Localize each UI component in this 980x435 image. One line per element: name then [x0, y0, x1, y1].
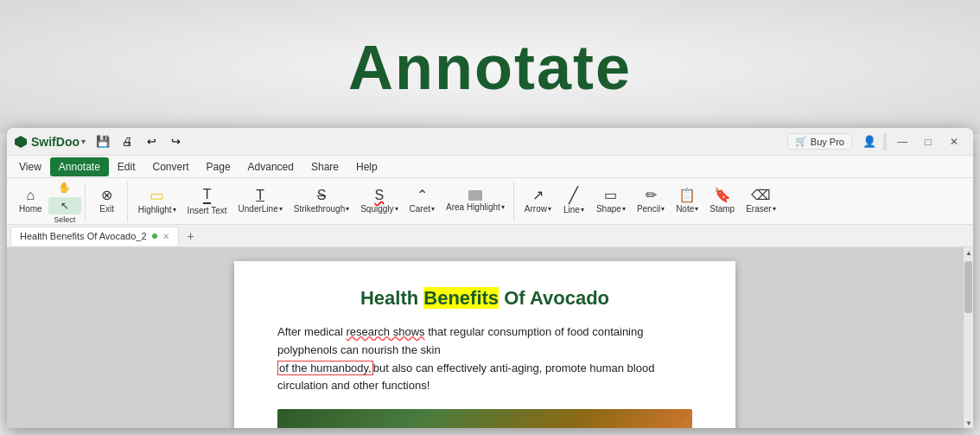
- pdf-title-highlighted: Benefits: [423, 287, 499, 309]
- background-area: Annotate: [0, 0, 980, 134]
- arrow-icon: ↗: [532, 189, 544, 202]
- title-bar: SwifDoo ▾ 💾 🖨 ↩ ↪ 🛒 Buy Pro 👤: [7, 128, 973, 156]
- menu-bar: View Annotate Edit Convert Page Advanced…: [7, 156, 973, 178]
- home-icon: ⌂: [27, 189, 35, 202]
- buy-pro-button[interactable]: 🛒 Buy Pro: [787, 133, 852, 150]
- menu-item-share[interactable]: Share: [302, 157, 347, 176]
- insert-text-label: Insert Text: [188, 206, 227, 215]
- tab-modified-indicator: [152, 233, 157, 239]
- menu-item-help[interactable]: Help: [347, 157, 386, 176]
- tab-label: Health Benefits Of Avocado_2: [20, 231, 147, 241]
- app-window: SwifDoo ▾ 💾 🖨 ↩ ↪ 🛒 Buy Pro 👤: [7, 128, 973, 428]
- home-button[interactable]: ⌂ Home: [14, 183, 48, 220]
- arrow-label: Arrow ▾: [525, 204, 551, 214]
- menu-item-edit[interactable]: Edit: [109, 157, 144, 176]
- pdf-title-part1: Health: [360, 287, 423, 309]
- toolbar-group-annotation: ▭ Highlight ▾ T Insert Text T UnderLine …: [130, 182, 514, 221]
- insert-text-button[interactable]: T Insert Text: [182, 183, 232, 220]
- menu-item-advanced[interactable]: Advanced: [239, 157, 302, 176]
- caret-icon: ⌃: [417, 189, 428, 202]
- menu-item-annotate[interactable]: Annotate: [50, 157, 109, 176]
- stamp-button[interactable]: 🔖 Stamp: [704, 183, 740, 220]
- pdf-paragraph2: of the humanbody,but also can effectivel…: [277, 360, 692, 396]
- window-controls: — □ ✕: [890, 131, 966, 152]
- pencil-label: Pencil ▾: [637, 204, 665, 214]
- note-label: Note ▾: [676, 204, 698, 214]
- page-container[interactable]: Health Benefits Of Avocado After medical…: [7, 247, 963, 428]
- menu-item-page[interactable]: Page: [198, 157, 239, 176]
- line-button[interactable]: ╱ Line ▾: [557, 183, 590, 220]
- tab-bar: Health Benefits Of Avocado_2 ✕ +: [7, 225, 973, 247]
- area-highlight-icon: [468, 190, 482, 201]
- shape-icon: ▭: [604, 189, 617, 202]
- redo-icon-btn[interactable]: ↪: [165, 131, 186, 152]
- hand-icon: ✋: [58, 182, 71, 193]
- minimize-button[interactable]: —: [890, 131, 914, 152]
- content-area: Health Benefits Of Avocado After medical…: [7, 247, 973, 428]
- select-button[interactable]: ↖: [48, 197, 81, 214]
- insert-text-icon: T: [203, 188, 212, 204]
- pdf-paragraph1: After medical research shows that regula…: [277, 323, 692, 360]
- eraser-label: Eraser ▾: [746, 204, 775, 214]
- scroll-thumb[interactable]: [964, 261, 972, 313]
- toolbar-group-exit: ⊗ Exit: [87, 182, 128, 221]
- line-label: Line ▾: [563, 205, 584, 214]
- pdf-title-part2: Of Avocado: [499, 287, 609, 309]
- title-dropdown-arrow[interactable]: ▾: [81, 137, 86, 146]
- scroll-up-arrow[interactable]: ▲: [964, 247, 973, 258]
- scrollbar[interactable]: ▲ ▼: [963, 247, 973, 428]
- svg-marker-0: [15, 136, 27, 148]
- line-icon: ╱: [569, 188, 578, 203]
- strikethrough-button[interactable]: S Strikethrough ▾: [289, 183, 354, 220]
- scroll-down-arrow[interactable]: ▼: [964, 418, 973, 428]
- underline-label: UnderLine ▾: [239, 204, 283, 214]
- home-label: Home: [19, 204, 42, 214]
- hand-button[interactable]: ✋: [48, 179, 81, 196]
- pencil-button[interactable]: ✏ Pencil ▾: [632, 183, 670, 220]
- exit-icon: ⊗: [101, 189, 112, 202]
- buy-pro-label: Buy Pro: [811, 137, 844, 147]
- area-highlight-label: Area Highlight ▾: [446, 202, 505, 212]
- pdf-image: [277, 409, 692, 428]
- squiggly-button[interactable]: S Squiggly ▾: [355, 183, 403, 220]
- undo-icon-btn[interactable]: ↩: [141, 131, 162, 152]
- eraser-button[interactable]: ⌫ Eraser ▾: [741, 183, 780, 220]
- save-icon-btn[interactable]: 💾: [92, 131, 113, 152]
- toolbar-group-nav: ⌂ Home ✋ ↖ Select: [10, 182, 86, 221]
- body-boxed-text: of the humanbody,: [277, 361, 373, 375]
- menu-item-convert[interactable]: Convert: [144, 157, 198, 176]
- underline-button[interactable]: T UnderLine ▾: [233, 183, 288, 220]
- note-icon: 📋: [678, 189, 696, 202]
- tab-close-button[interactable]: ✕: [162, 232, 169, 241]
- shape-button[interactable]: ▭ Shape ▾: [591, 183, 631, 220]
- document-tab[interactable]: Health Benefits Of Avocado_2 ✕: [10, 227, 179, 246]
- stamp-icon: 🔖: [714, 189, 731, 202]
- body-text-1: After medical: [277, 325, 346, 338]
- squiggly-icon: S: [375, 189, 385, 202]
- exit-button[interactable]: ⊗ Exit: [91, 183, 124, 220]
- user-icon-btn[interactable]: 👤: [859, 131, 880, 152]
- scroll-track[interactable]: [964, 258, 973, 418]
- shape-label: Shape ▾: [596, 204, 626, 214]
- background-title: Annotate: [348, 32, 632, 103]
- pdf-body: After medical research shows that regula…: [277, 323, 692, 395]
- eraser-icon: ⌫: [751, 189, 771, 202]
- stamp-label: Stamp: [710, 204, 735, 214]
- maximize-button[interactable]: □: [916, 131, 940, 152]
- app-logo: SwifDoo: [14, 135, 80, 149]
- note-button[interactable]: 📋 Note ▾: [671, 183, 703, 220]
- add-tab-button[interactable]: +: [182, 227, 200, 245]
- toolbar: ⌂ Home ✋ ↖ Select ⊗ Exit ▭: [7, 178, 973, 225]
- area-highlight-button[interactable]: Area Highlight ▾: [441, 183, 510, 220]
- highlight-button[interactable]: ▭ Highlight ▾: [133, 183, 181, 220]
- underline-icon: T: [256, 189, 264, 202]
- buy-pro-icon: 🛒: [795, 136, 807, 147]
- body-strikethrough-text: research shows: [346, 325, 424, 338]
- arrow-button[interactable]: ↗ Arrow ▾: [519, 183, 557, 220]
- caret-button[interactable]: ⌃ Caret ▾: [404, 183, 440, 220]
- close-button[interactable]: ✕: [942, 131, 966, 152]
- print-icon-btn[interactable]: 🖨: [117, 131, 137, 152]
- pencil-icon: ✏: [646, 189, 657, 202]
- app-name: SwifDoo: [31, 135, 80, 149]
- menu-item-view[interactable]: View: [10, 157, 50, 176]
